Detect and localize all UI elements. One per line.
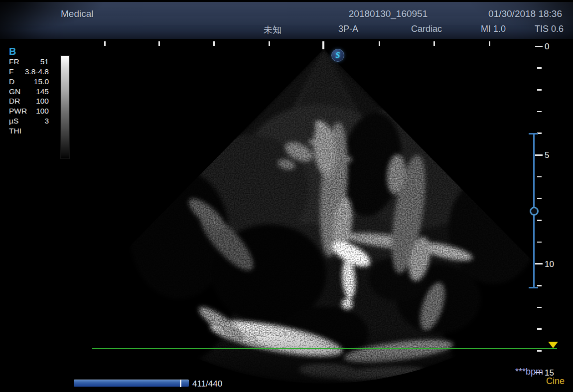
exam-id-label: 20180130_160951 <box>349 8 428 19</box>
param-label: F <box>9 68 13 76</box>
depth-minor-tick <box>537 176 542 178</box>
param-value: 3 <box>44 117 49 125</box>
param-value: 100 <box>36 97 49 105</box>
top-ruler-tick <box>489 41 490 46</box>
depth-minor-tick <box>537 307 542 308</box>
depth-minor-tick <box>537 220 542 221</box>
probe-label: 3P-A <box>338 24 358 34</box>
ultrasound-image <box>0 0 573 392</box>
param-row-f: F3.8-4.8 <box>9 67 49 77</box>
depth-minor-tick <box>537 328 542 330</box>
mi-value-label: MI 1.0 <box>481 24 506 34</box>
sector-fan <box>65 49 573 392</box>
cine-mode-label: Cine <box>546 376 565 387</box>
depth-minor-tick <box>537 67 542 69</box>
param-row-dr: DR100 <box>9 96 49 106</box>
depth-minor-tick <box>537 285 542 286</box>
depth-label: 0 <box>545 42 549 52</box>
cine-position-marker[interactable] <box>180 380 181 387</box>
param-label: FR <box>9 58 19 66</box>
top-ruler-tick <box>379 41 380 46</box>
depth-minor-tick <box>537 89 542 91</box>
depth-major-tick <box>535 46 543 47</box>
grayscale-map-bar <box>61 56 69 158</box>
tis-value-label: TIS 0.6 <box>535 24 564 34</box>
depth-major-tick <box>535 263 543 264</box>
param-label: PWR <box>9 107 27 115</box>
top-ruler-tick <box>269 41 270 46</box>
apex-tick <box>322 41 324 49</box>
param-value: 15.0 <box>34 78 49 86</box>
heart-rate-label: ***bpm <box>515 367 543 377</box>
image-parameter-list: FR51F3.8-4.8D15.0GN145DR100PWR100µS3THI <box>9 57 49 135</box>
top-ruler-tick <box>158 41 160 46</box>
mode-label: B <box>9 46 16 57</box>
top-ruler-tick <box>433 41 435 46</box>
baseline-line <box>92 348 557 349</box>
param-row-thi: THI <box>9 126 49 136</box>
probe-orientation-icon: S <box>331 49 344 62</box>
depth-label: 10 <box>545 260 554 269</box>
param-row-fr: FR51 <box>9 57 49 67</box>
param-label: DR <box>9 97 20 105</box>
depth-minor-tick <box>537 111 542 113</box>
param-value: 51 <box>40 58 49 66</box>
depth-label: 5 <box>545 150 549 160</box>
param-value: 145 <box>36 88 49 96</box>
preset-label: Cardiac <box>411 24 442 34</box>
baseline-marker-triangle[interactable] <box>548 342 558 348</box>
datetime-label: 01/30/2018 18:36 <box>488 8 562 19</box>
depth-major-tick <box>535 154 543 156</box>
focus-depth-marker[interactable] <box>530 207 539 216</box>
depth-minor-tick <box>537 242 542 243</box>
top-ruler-tick <box>213 41 215 46</box>
param-label: GN <box>9 88 20 96</box>
param-row-µs: µS3 <box>9 116 49 126</box>
patient-name-label: 未知 <box>264 24 282 36</box>
param-label: µS <box>9 117 18 125</box>
param-label: D <box>9 78 14 86</box>
param-row-gn: GN145 <box>9 86 49 96</box>
param-value: 100 <box>36 107 49 115</box>
param-value: 3.8-4.8 <box>25 68 49 76</box>
focal-zone-top-cap <box>529 133 538 134</box>
top-ruler-tick <box>104 41 106 46</box>
depth-minor-tick <box>537 198 542 199</box>
frame-counter: 411/440 <box>192 379 222 389</box>
cine-progress-bar[interactable] <box>74 380 189 387</box>
facility-label: Medical <box>61 8 93 19</box>
param-label: THI <box>9 127 21 135</box>
depth-minor-tick <box>537 350 542 352</box>
param-row-pwr: PWR100 <box>9 106 49 116</box>
focal-zone-bottom-cap <box>529 287 538 288</box>
param-row-d: D15.0 <box>9 77 49 87</box>
